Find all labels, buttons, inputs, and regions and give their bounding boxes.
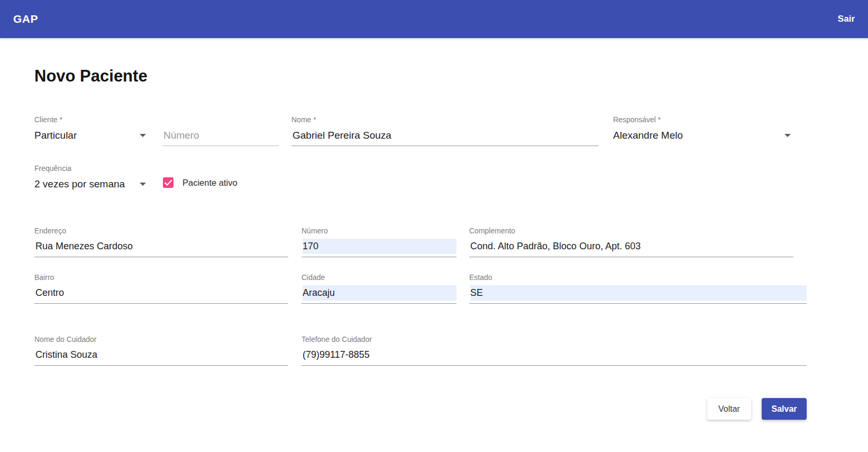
- field-numero: Número: [301, 227, 456, 257]
- field-estado: Estado: [469, 273, 807, 304]
- field-numero-cliente: [162, 115, 279, 146]
- numero-cliente-input[interactable]: [162, 128, 279, 146]
- cliente-select[interactable]: Particular: [34, 128, 148, 143]
- nome-cuidador-label: Nome do Cuidador: [34, 335, 288, 344]
- field-nome: Nome *: [291, 115, 599, 146]
- field-cidade: Cidade: [301, 273, 456, 304]
- nome-label: Nome *: [291, 115, 599, 124]
- complemento-label: Complemento: [469, 227, 793, 236]
- cidade-label: Cidade: [301, 273, 456, 282]
- numero-label: Número: [301, 227, 456, 236]
- field-bairro: Bairro: [34, 273, 288, 304]
- telefone-cuidador-input[interactable]: [301, 347, 807, 366]
- field-responsavel: Responsável * Alexandre Melo: [613, 115, 793, 143]
- app-header: GAP Sair: [0, 0, 868, 38]
- endereco-label: Endereço: [34, 227, 288, 236]
- save-button[interactable]: Salvar: [762, 398, 807, 420]
- responsavel-select[interactable]: Alexandre Melo: [613, 128, 793, 143]
- telefone-cuidador-label: Telefone do Cuidador: [301, 335, 807, 344]
- field-complemento: Complemento: [469, 227, 793, 257]
- field-frequencia: Frequência 2 vezes por semana: [34, 164, 148, 192]
- bairro-label: Bairro: [34, 273, 288, 282]
- estado-input[interactable]: [469, 285, 807, 304]
- paciente-ativo-label: Paciente ativo: [182, 178, 237, 188]
- frequencia-select[interactable]: 2 vezes por semana: [34, 176, 148, 192]
- chevron-down-icon: [140, 183, 146, 186]
- cidade-input[interactable]: [301, 285, 456, 304]
- complemento-input[interactable]: [469, 239, 793, 257]
- back-button[interactable]: Voltar: [707, 398, 751, 420]
- numero-cliente-label: [162, 115, 279, 124]
- checkbox-checked-icon[interactable]: [163, 177, 173, 188]
- estado-label: Estado: [469, 273, 807, 282]
- paciente-ativo-checkbox-row[interactable]: Paciente ativo: [163, 177, 237, 188]
- field-cliente: Cliente * Particular: [34, 115, 148, 143]
- chevron-down-icon: [784, 134, 791, 137]
- page-title: Novo Paciente: [34, 67, 148, 86]
- nome-cuidador-input[interactable]: [34, 347, 288, 366]
- field-telefone-cuidador: Telefone do Cuidador: [301, 335, 807, 366]
- endereco-input[interactable]: [34, 239, 288, 257]
- app-logo: GAP: [13, 13, 38, 25]
- numero-input[interactable]: [301, 239, 456, 257]
- frequencia-selected-value: 2 vezes por semana: [34, 176, 125, 192]
- nome-input[interactable]: [291, 128, 599, 146]
- chevron-down-icon: [140, 134, 146, 137]
- field-endereco: Endereço: [34, 227, 288, 257]
- responsavel-selected-value: Alexandre Melo: [613, 128, 683, 143]
- responsavel-label: Responsável *: [613, 115, 793, 124]
- frequencia-label: Frequência: [34, 164, 148, 173]
- bairro-input[interactable]: [34, 285, 288, 304]
- cliente-selected-value: Particular: [34, 128, 77, 143]
- field-nome-cuidador: Nome do Cuidador: [34, 335, 288, 366]
- cliente-label: Cliente *: [34, 115, 148, 124]
- logout-link[interactable]: Sair: [838, 14, 855, 24]
